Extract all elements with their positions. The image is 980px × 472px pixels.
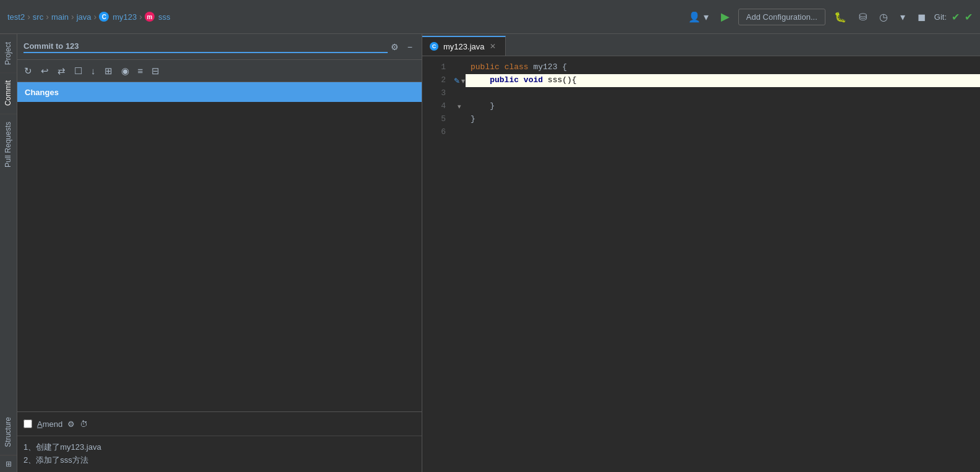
- breadcrumb-project[interactable]: test2: [7, 12, 25, 22]
- sidebar-item-pull-requests[interactable]: Pull Requests: [0, 114, 17, 175]
- classname-1: my123: [533, 61, 557, 74]
- left-tabs: Project Commit Pull Requests Structure ⊞: [0, 34, 17, 472]
- breadcrumb: test2 › src › main › java › C my123 › m …: [7, 12, 684, 22]
- breadcrumb-class[interactable]: my123: [113, 12, 137, 22]
- commit-panel-title: Commit to 123: [23, 40, 388, 53]
- breadcrumb-sep3: ›: [71, 12, 74, 22]
- changes-header: Changes: [17, 82, 422, 102]
- grid-button[interactable]: ⊞: [101, 64, 116, 78]
- sidebar-item-commit[interactable]: Commit: [0, 72, 17, 113]
- line-num-2: 2: [422, 74, 446, 87]
- code-line-1: public class my123 {: [466, 61, 980, 74]
- add-configuration-button[interactable]: Add Configuration...: [738, 9, 825, 25]
- code-line-5: }: [466, 113, 980, 126]
- download-button[interactable]: ↓: [88, 64, 99, 78]
- code-line-4: }: [466, 100, 980, 113]
- sidebar-item-structure[interactable]: Structure: [0, 410, 17, 455]
- preview-button[interactable]: ☐: [71, 64, 85, 78]
- code-content: public class my123 { public void sss (){: [466, 56, 980, 472]
- line-num-3: 3: [422, 87, 446, 100]
- line-num-1: 1: [422, 61, 446, 74]
- group-button[interactable]: ⊟: [148, 64, 163, 78]
- profile-button[interactable]: ◷: [876, 9, 892, 25]
- tab-close-button[interactable]: ✕: [488, 41, 498, 51]
- kw-class-1: class: [505, 61, 529, 74]
- code-line-2: public void sss (){: [466, 74, 980, 87]
- refresh-button[interactable]: ↻: [21, 64, 35, 78]
- line-num-6: 6: [422, 126, 446, 139]
- amend-underline-char: A: [37, 419, 43, 429]
- gutter-edit-icon[interactable]: ✎ ▾: [453, 74, 466, 87]
- commit-panel: Commit to 123 ⚙ − ↻ ↩ ⇄ ☐ ↓ ⊞ ◉ ≡ ⊟ Chan…: [17, 34, 422, 472]
- main-area: Project Commit Pull Requests Structure ⊞…: [0, 34, 980, 472]
- commit-panel-header: Commit to 123 ⚙ −: [17, 34, 422, 60]
- run-button[interactable]: ▶: [717, 7, 733, 26]
- settings-button[interactable]: ⚙: [388, 40, 402, 54]
- method-badge-icon: m: [145, 12, 155, 22]
- edit-pencil-icon: ✎: [454, 77, 460, 85]
- sidebar-item-project[interactable]: Project: [0, 34, 17, 72]
- gutter-3: [453, 87, 466, 100]
- stop-button[interactable]: ◼: [914, 9, 929, 25]
- tab-label: my123.java: [443, 42, 484, 51]
- line-num-4: 4: [422, 100, 446, 113]
- git-check-icon2: ✔: [965, 11, 973, 23]
- list-button[interactable]: ≡: [135, 64, 147, 78]
- commit-message-line-2: 2、添加了sss方法: [23, 454, 415, 467]
- amend-history-icon[interactable]: ⏱: [80, 419, 88, 429]
- editor-tab-my123[interactable]: C my123.java ✕: [422, 36, 506, 56]
- breadcrumb-class-badge: C: [99, 12, 110, 22]
- breadcrumb-sep4: ›: [94, 12, 97, 22]
- eye-button[interactable]: ◉: [118, 64, 132, 78]
- kw-public-2: public: [471, 74, 519, 87]
- amend-row: Amend ⚙ ⏱: [17, 412, 422, 436]
- code-line-3: [466, 87, 980, 100]
- commit-bottom: Amend ⚙ ⏱ 1、创建了my123.java 2、添加了sss方法: [17, 411, 422, 472]
- dropdown-button[interactable]: ▾: [897, 9, 909, 25]
- editor-area: C my123.java ✕ 1 2 3 4 5 6 ✎ ▾: [422, 34, 980, 472]
- breadcrumb-java[interactable]: java: [77, 12, 92, 22]
- commit-toolbar: ↻ ↩ ⇄ ☐ ↓ ⊞ ◉ ≡ ⊟: [17, 60, 422, 82]
- changes-header-text: Changes: [25, 88, 59, 97]
- kw-void-2: void: [524, 74, 543, 87]
- user-icon-btn[interactable]: 👤 ▾: [684, 9, 712, 25]
- gutter-1: [453, 61, 466, 74]
- top-right-controls: 👤 ▾ ▶ Add Configuration... 🐛 ⛁ ◷ ▾ ◼ Git…: [684, 7, 973, 26]
- editor-tabs: C my123.java ✕: [422, 34, 980, 56]
- breadcrumb-src[interactable]: src: [33, 12, 43, 22]
- tab-class-badge: C: [430, 42, 438, 51]
- kw-public-1: public: [471, 61, 500, 74]
- amend-checkbox[interactable]: [23, 419, 32, 428]
- undo-button[interactable]: ↩: [38, 64, 52, 78]
- code-editor[interactable]: 1 2 3 4 5 6 ✎ ▾ ▾: [422, 56, 980, 472]
- commit-message-line-1: 1、创建了my123.java: [23, 441, 415, 454]
- panel-header-icons: ⚙ −: [388, 40, 415, 54]
- bottom-sidebar-icon[interactable]: ⊞: [0, 455, 17, 472]
- fold-arrow-icon[interactable]: ▾: [461, 77, 465, 85]
- gutter-6: [453, 126, 466, 139]
- breadcrumb-sep1: ›: [27, 12, 30, 22]
- coverage-button[interactable]: ⛁: [855, 9, 871, 25]
- gutter-fold-4[interactable]: ▾: [453, 100, 466, 113]
- code-line-6: [466, 126, 980, 139]
- breadcrumb-sep5: ›: [139, 12, 142, 22]
- git-check-icon: ✔: [952, 11, 960, 23]
- commit-message-area[interactable]: 1、创建了my123.java 2、添加了sss方法: [17, 436, 422, 472]
- minimize-button[interactable]: −: [404, 40, 415, 54]
- line-num-5: 5: [422, 113, 446, 126]
- breadcrumb-method-badge: m: [145, 12, 156, 22]
- breadcrumb-main[interactable]: main: [51, 12, 69, 22]
- top-bar: test2 › src › main › java › C my123 › m …: [0, 0, 980, 34]
- debug-button[interactable]: 🐛: [830, 9, 850, 25]
- breadcrumb-sep2: ›: [46, 12, 49, 22]
- breadcrumb-method[interactable]: sss: [158, 12, 171, 22]
- git-label: Git:: [934, 12, 947, 22]
- class-badge-icon: C: [99, 12, 109, 22]
- changes-content[interactable]: [17, 102, 422, 411]
- fn-sss: sss: [548, 74, 562, 87]
- diff-button[interactable]: ⇄: [54, 64, 69, 78]
- line-gutter: ✎ ▾ ▾: [453, 56, 466, 472]
- line-numbers: 1 2 3 4 5 6: [422, 56, 453, 472]
- amend-settings-icon[interactable]: ⚙: [67, 419, 75, 429]
- gutter-5: [453, 113, 466, 126]
